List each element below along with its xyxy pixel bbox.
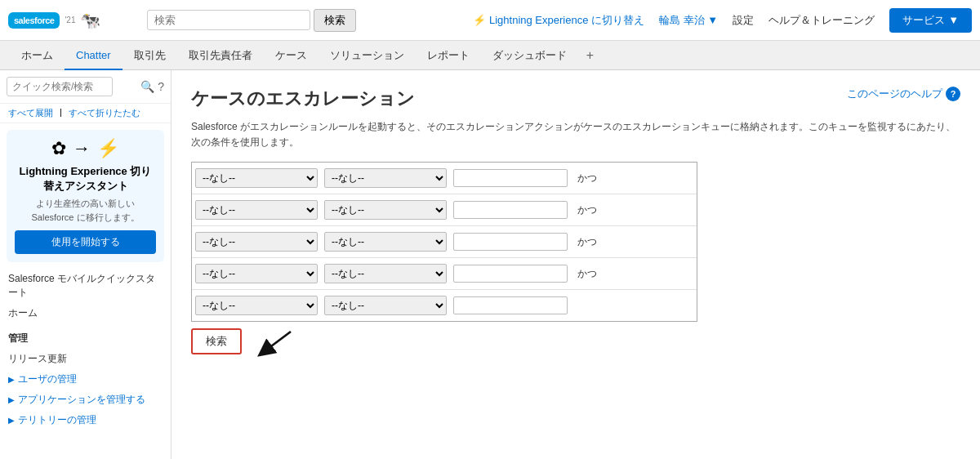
expand-all-link[interactable]: すべて展開 [8,107,53,119]
top-search-button[interactable]: 検索 [314,9,356,32]
flower-icon: ✿ [51,138,66,159]
sec-nav-solutions[interactable]: ソリューション [318,41,416,70]
filter-row3-text-cell [450,230,571,254]
filter-row4-text-input[interactable] [453,265,568,283]
sidebar-search-question-icon[interactable]: ? [158,80,164,93]
filter-row4-text-cell [450,261,571,286]
sidebar-mobile-quickstart[interactable]: Salesforce モバイルクイックスタート [0,269,171,303]
search-button-row: 検索 [191,328,960,361]
filter-row3-text-input[interactable] [453,233,568,251]
filter-row-2: --なし-- --なし-- かつ [192,194,697,226]
filter-row1-select1[interactable]: --なし-- [195,168,318,188]
year-badge: '21 [65,16,75,25]
sidebar: 🔍 ? すべて展開 | すべて折りたたむ ✿ → ⚡ Lightning Exp… [0,70,172,459]
page-description: Salesforce がエスカレーションルールを起動すると、そのエスカレーション… [191,119,960,150]
divider: | [60,107,62,119]
user-name: 輪島 幸治 [659,14,705,26]
sidebar-search-area: 🔍 ? [0,70,171,104]
sec-nav-chatter[interactable]: Chatter [65,41,122,70]
filter-row2-text-input[interactable] [453,201,568,219]
filter-row3-sel2-cell: --なし-- [321,229,450,255]
collapse-all-link[interactable]: すべて折りたたむ [69,107,140,119]
filter-row5-text-cell [450,293,571,318]
lightning-bolt-icon: ⚡ [97,138,119,159]
sidebar-release-notes[interactable]: リリース更新 [0,349,171,369]
sidebar-section-manage: 管理 [0,323,171,349]
help-icon: ? [946,87,960,101]
top-search-area: 検索 [147,9,408,32]
service-button[interactable]: サービス ▼ [889,8,972,33]
sidebar-arrow-icon-2: ▶ [8,395,15,404]
secondary-navigation: ホーム Chatter 取引先 取引先責任者 ケース ソリューション レポート … [0,41,980,70]
sidebar-territory-manage[interactable]: ▶ テリトリーの管理 [0,410,171,430]
filter-row2-sel1-cell: --なし-- [192,197,321,223]
filter-row2-select2[interactable]: --なし-- [324,200,447,220]
lightning-assist-icons: ✿ → ⚡ [15,138,156,159]
sidebar-arrow-icon: ▶ [8,375,15,384]
filter-row5-select1[interactable]: --なし-- [195,296,318,315]
filter-row1-text-cell [450,166,571,190]
sidebar-home[interactable]: ホーム [0,303,171,323]
sidebar-arrow-icon-3: ▶ [8,416,15,425]
page-header: ケースのエスカレーション このページのヘルプ ? [191,87,960,111]
lightning-switch-link[interactable]: ⚡ Lightning Experience に切り替え [473,13,644,28]
sec-nav-add[interactable]: + [578,41,602,70]
user-menu[interactable]: 輪島 幸治 ▼ [659,13,718,28]
sec-nav-home[interactable]: ホーム [10,41,65,70]
filter-row2-text-cell [450,198,571,222]
user-chevron-icon: ▼ [707,14,718,26]
filter-row3-select2[interactable]: --なし-- [324,232,447,252]
filter-row1-text-input[interactable] [453,169,568,187]
sidebar-user-manage[interactable]: ▶ ユーザの管理 [0,369,171,390]
sec-nav-contacts[interactable]: 取引先責任者 [177,41,264,70]
sec-nav-reports[interactable]: レポート [416,41,481,70]
top-navigation: salesforce '21 🐄 検索 ⚡ Lightning Experien… [0,0,980,41]
arrow-annotation [250,328,299,361]
page-help-link[interactable]: このページのヘルプ ? [847,87,960,101]
lightning-assist-desc: より生産性の高い新しい Salesforce に移行します。 [15,197,156,224]
sidebar-expand-links: すべて展開 | すべて折りたたむ [0,104,171,123]
salesforce-logo: salesforce [8,12,60,29]
filter-row-4: --なし-- --なし-- かつ [192,258,697,290]
sidebar-search-input[interactable] [7,77,113,96]
logo-area: salesforce '21 🐄 [8,11,139,30]
sec-nav-dashboards[interactable]: ダッシュボード [481,41,578,70]
filter-row1-sel1-cell: --なし-- [192,165,321,191]
filter-row3-conjunction: かつ [571,232,604,252]
sidebar-app-manage[interactable]: ▶ アプリケーションを管理する [0,390,171,410]
sidebar-search-icon[interactable]: 🔍 [140,80,154,93]
content-area: ケースのエスカレーション このページのヘルプ ? Salesforce がエスカ… [172,70,980,459]
filter-row4-conjunction: かつ [571,264,604,284]
sidebar-app-manage-label: アプリケーションを管理する [18,393,145,407]
sidebar-territory-manage-label: テリトリーの管理 [18,413,96,427]
sec-nav-cases[interactable]: ケース [264,41,318,70]
filter-row2-sel2-cell: --なし-- [321,197,450,223]
sec-nav-accounts[interactable]: 取引先 [122,41,177,70]
filter-row5-sel1-cell: --なし-- [192,292,321,319]
filter-row5-text-input[interactable] [453,296,568,314]
main-layout: 🔍 ? すべて展開 | すべて折りたたむ ✿ → ⚡ Lightning Exp… [0,70,980,459]
filter-row-1: --なし-- --なし-- かつ [192,163,697,194]
filter-row1-select2[interactable]: --なし-- [324,168,447,188]
settings-link[interactable]: 設定 [733,13,754,28]
filter-row5-sel2-cell: --なし-- [321,292,450,319]
page-title: ケースのエスカレーション [191,87,415,111]
filter-container: --なし-- --なし-- かつ --なし-- [191,162,697,322]
filter-row2-conjunction: かつ [571,200,604,221]
arrow-svg-icon [250,328,299,361]
filter-row4-select2[interactable]: --なし-- [324,264,447,283]
page-help-label: このページのヘルプ [847,87,942,101]
filter-row4-select1[interactable]: --なし-- [195,264,318,283]
top-search-input[interactable] [147,10,310,30]
lightning-switch-label: Lightning Experience に切り替え [489,13,644,28]
help-link[interactable]: ヘルプ＆トレーニング [768,13,875,28]
filter-row5-select2[interactable]: --なし-- [324,296,447,315]
filter-row3-select1[interactable]: --なし-- [195,232,318,252]
filter-row1-sel2-cell: --なし-- [321,165,450,191]
filter-row2-select1[interactable]: --なし-- [195,200,318,220]
filter-row1-conjunction: かつ [571,168,604,189]
search-button[interactable]: 検索 [191,328,242,354]
filter-row-3: --なし-- --なし-- かつ [192,226,697,258]
filter-row4-sel1-cell: --なし-- [192,261,321,287]
lightning-assist-start-button[interactable]: 使用を開始する [15,230,156,254]
